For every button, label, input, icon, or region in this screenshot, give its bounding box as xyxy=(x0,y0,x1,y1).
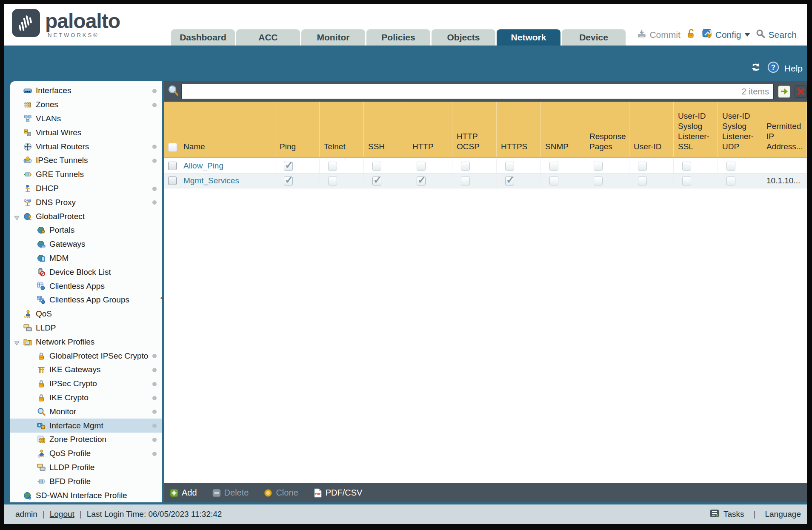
sidebar-item-interfaces[interactable]: Interfaces xyxy=(10,84,162,98)
sidebar-item-virtual-wires[interactable]: Virtual Wires xyxy=(10,125,162,140)
column-header-permitted-ip-address-[interactable]: Permitted IP Address... xyxy=(762,102,807,157)
select-all-checkbox[interactable] xyxy=(168,143,177,152)
sidebar-item-label: LLDP xyxy=(36,323,56,333)
sidebar-item-mdm[interactable]: MDM xyxy=(10,251,162,265)
sidebar-item-ipsec-tunnels[interactable]: IPSec Tunnels xyxy=(10,154,162,168)
sidebar-item-ipsec-crypto[interactable]: IPSec Crypto xyxy=(10,377,162,391)
service-check-cell xyxy=(585,174,629,188)
sidebar-item-bfd-profile[interactable]: BFD Profile xyxy=(10,474,162,488)
checked-icon xyxy=(505,177,514,185)
lock-icon xyxy=(37,393,46,402)
sidebar-item-clientless-app-groups[interactable]: Clientless App Groups xyxy=(10,293,162,307)
pdf-csv-button[interactable]: PDFPDF/CSV xyxy=(314,488,363,498)
sidebar-item-zone-protection[interactable]: Zone Protection xyxy=(10,433,162,447)
sidebar-item-device-block-list[interactable]: Device Block List xyxy=(10,265,162,279)
tasks-link[interactable]: Tasks xyxy=(723,510,744,519)
profile-name-link[interactable]: Allow_Ping xyxy=(183,161,223,171)
item-dot xyxy=(152,103,157,107)
unchecked-box xyxy=(682,162,691,171)
tab-policies[interactable]: Policies xyxy=(366,29,430,46)
tab-network[interactable]: Network xyxy=(497,29,560,46)
column-header-name[interactable]: Name xyxy=(179,102,275,157)
sd-wan-icon xyxy=(23,491,32,500)
portals-icon xyxy=(37,226,46,234)
tab-dashboard[interactable]: Dashboard xyxy=(171,29,235,46)
toolbar-button-label: PDF/CSV xyxy=(326,488,363,498)
tree-collapse-icon[interactable] xyxy=(14,214,20,223)
sidebar-item-lldp[interactable]: LLDP xyxy=(10,321,162,335)
collapse-sidebar-handle[interactable]: ◂ xyxy=(160,294,163,301)
sidebar-item-dhcp[interactable]: IPDHCP xyxy=(10,182,162,196)
sidebar-item-ike-gateways[interactable]: IKE Gateways xyxy=(10,363,162,377)
sidebar-item-network-profiles[interactable]: Network Profiles xyxy=(10,335,162,349)
row-select-cell[interactable] xyxy=(164,174,179,188)
add-button[interactable]: Add xyxy=(170,488,197,498)
column-header-telnet[interactable]: Telnet xyxy=(320,102,364,157)
sidebar-item-qos-profile[interactable]: QoSQoS Profile xyxy=(10,447,162,461)
item-dot xyxy=(152,424,157,428)
tab-acc[interactable]: ACC xyxy=(236,29,300,46)
column-header-user-id-syslog-listener-udp[interactable]: User-ID Syslog Listener-UDP xyxy=(718,102,762,157)
logout-link[interactable]: Logout xyxy=(50,510,74,519)
global-search-button[interactable]: Search xyxy=(755,28,797,41)
filter-bar: 2 items xyxy=(164,81,807,102)
sidebar-item-monitor[interactable]: Monitor xyxy=(10,405,162,419)
column-header-select[interactable] xyxy=(164,102,179,157)
column-header-user-id[interactable]: User-ID xyxy=(629,102,674,157)
help-label[interactable]: Help xyxy=(784,63,803,74)
column-header-snmp[interactable]: SNMP xyxy=(541,102,585,157)
filter-input[interactable] xyxy=(186,86,738,97)
sidebar-item-virtual-routers[interactable]: Virtual Routers xyxy=(10,140,162,154)
service-check-cell xyxy=(408,174,452,188)
tab-monitor[interactable]: Monitor xyxy=(301,29,365,46)
toolbar-button-label: Clone xyxy=(276,488,298,498)
svg-text:?: ? xyxy=(771,63,775,71)
apply-filter-button[interactable] xyxy=(778,85,790,98)
column-header-user-id-syslog-listener-ssl[interactable]: User-ID Syslog Listener-SSL xyxy=(674,102,718,157)
column-header-ping[interactable]: Ping xyxy=(275,102,320,157)
sidebar-item-zones[interactable]: Zones xyxy=(10,98,162,112)
commit-button[interactable]: Commit xyxy=(637,28,680,41)
sidebar-item-dns-proxy[interactable]: DNSDNS Proxy xyxy=(10,195,162,209)
sidebar-item-qos[interactable]: QoSQoS xyxy=(10,307,162,321)
table-row: Allow_Ping xyxy=(164,159,807,174)
sidebar-item-globalprotect-ipsec-crypto[interactable]: GlobalProtect IPSec Crypto xyxy=(10,349,162,363)
row-checkbox[interactable] xyxy=(168,162,177,170)
help-icon[interactable]: ? xyxy=(767,61,779,75)
profile-name-link[interactable]: Mgmt_Services xyxy=(183,176,239,185)
sidebar-item-lldp-profile[interactable]: LLDP Profile xyxy=(10,461,162,475)
column-header-response-pages[interactable]: Response Pages xyxy=(585,102,629,157)
sidebar-item-vlans[interactable]: VLANs xyxy=(10,112,162,126)
service-check-cell xyxy=(718,174,762,188)
service-check-cell xyxy=(275,174,320,188)
sidebar-item-clientless-apps[interactable]: Clientless Apps xyxy=(10,279,162,293)
sidebar-item-label: BFD Profile xyxy=(49,477,91,486)
sidebar-item-sd-wan-interface-profile[interactable]: SD-WAN Interface Profile xyxy=(10,488,162,502)
unchecked-box xyxy=(638,177,647,185)
sidebar-item-globalprotect[interactable]: GlobalProtect xyxy=(10,209,162,223)
column-header-http-ocsp[interactable]: HTTP OCSP xyxy=(452,102,497,157)
sidebar-item-portals[interactable]: Portals xyxy=(10,223,162,237)
last-login-time: Last Login Time: 06/05/2023 11:32:42 xyxy=(87,510,222,519)
refresh-icon[interactable] xyxy=(749,62,762,75)
table-header-row: NamePingTelnetSSHHTTPHTTP OCSPHTTPSSNMPR… xyxy=(164,102,807,158)
lock-icon xyxy=(37,379,46,388)
clear-filter-button[interactable] xyxy=(795,85,807,98)
tab-device[interactable]: Device xyxy=(562,29,626,46)
column-header-https[interactable]: HTTPS xyxy=(497,102,541,157)
row-select-cell[interactable] xyxy=(164,159,179,173)
sidebar-item-interface-mgmt[interactable]: Interface Mgmt xyxy=(10,419,162,433)
help-zone: ? Help xyxy=(749,61,803,75)
row-checkbox[interactable] xyxy=(168,177,177,185)
sidebar-item-ike-crypto[interactable]: IKE Crypto xyxy=(10,391,162,405)
sidebar-item-label: MDM xyxy=(49,254,69,263)
column-header-http[interactable]: HTTP xyxy=(408,102,452,157)
column-header-ssh[interactable]: SSH xyxy=(364,102,408,157)
language-link[interactable]: Language xyxy=(765,510,801,519)
unlock-icon[interactable] xyxy=(686,28,697,41)
sidebar-item-gateways[interactable]: Gateways xyxy=(10,237,162,251)
sidebar-item-gre-tunnels[interactable]: GRE Tunnels xyxy=(10,168,162,182)
tree-collapse-icon[interactable] xyxy=(14,339,20,348)
config-menu-button[interactable]: Config xyxy=(702,28,751,41)
tab-objects[interactable]: Objects xyxy=(432,29,495,46)
